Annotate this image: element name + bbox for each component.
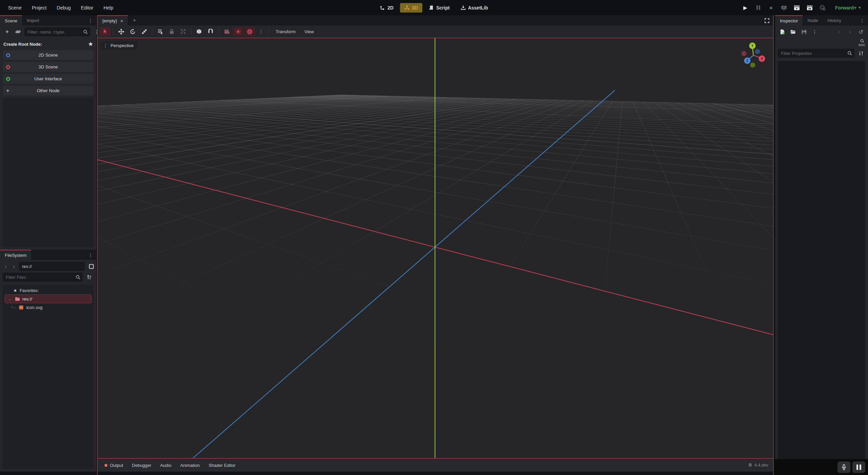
object-history-button[interactable]: ↺: [856, 27, 865, 36]
menu-editor[interactable]: Editor: [77, 3, 98, 12]
fs-split-mode-button[interactable]: [87, 262, 96, 271]
scene-tab-empty[interactable]: [empty] ×: [98, 15, 128, 25]
axis-neg-z-ball[interactable]: [755, 49, 760, 54]
instantiate-scene-button[interactable]: [14, 27, 22, 36]
preview-environment-button[interactable]: [244, 27, 255, 36]
favorites-star-icon[interactable]: ★: [88, 41, 93, 47]
create-other-node-button[interactable]: + Other Node: [3, 86, 94, 96]
3d-viewport[interactable]: ⋮ Perspective Y X Z: [98, 38, 773, 458]
menu-scene[interactable]: Scene: [4, 3, 26, 12]
dock-options-icon[interactable]: ⋮: [88, 18, 96, 25]
distraction-free-button[interactable]: [764, 18, 773, 25]
select-tool-icon: [102, 29, 108, 34]
camera-preview-button[interactable]: [221, 27, 232, 36]
save-resource-button[interactable]: [800, 27, 808, 36]
resource-options-icon[interactable]: ⋮: [810, 27, 819, 36]
tab-filesystem[interactable]: FileSystem: [0, 250, 31, 260]
group-button[interactable]: [178, 27, 189, 36]
preview-sun-button[interactable]: [233, 27, 243, 36]
tab-history[interactable]: History: [823, 15, 846, 25]
menu-debug[interactable]: Debug: [53, 3, 75, 12]
collapse-arrow-icon[interactable]: ⌄: [7, 296, 13, 302]
sort-icon: [87, 275, 92, 280]
dock-options-icon[interactable]: ⋮: [88, 252, 96, 260]
create-root-node-title: Create Root Node: ★: [0, 38, 96, 49]
res-root-row[interactable]: ⌄ res://: [5, 294, 92, 303]
movie-maker-button[interactable]: [817, 3, 828, 13]
workspace-script-button[interactable]: Script: [425, 3, 454, 13]
version-info[interactable]: 4.4.dev: [748, 463, 770, 468]
create-user-interface-button[interactable]: User Interface: [3, 74, 94, 84]
pause-recording-button[interactable]: [852, 461, 865, 473]
menu-project[interactable]: Project: [28, 3, 51, 12]
view-axes-gizmo[interactable]: Y X Z: [739, 41, 768, 69]
left-dock: Scene Import ⋮ + ⋮ Create Root: [0, 15, 96, 475]
move-tool-icon: [118, 29, 124, 35]
scene-tree-empty-area[interactable]: [3, 98, 94, 247]
move-tool-button[interactable]: [116, 27, 126, 36]
open-docs-button[interactable]: DOC: [859, 39, 865, 47]
main-menus: Scene Project Debug Editor Help: [4, 3, 117, 12]
inspector-filter-input[interactable]: [778, 49, 854, 58]
tab-inspector[interactable]: Inspector: [775, 15, 803, 25]
fs-sort-button[interactable]: [85, 273, 94, 282]
pause-button[interactable]: [752, 3, 764, 13]
favorites-row[interactable]: ★ Favorites:: [3, 286, 94, 294]
create-3d-scene-button[interactable]: 3D Scene: [3, 62, 94, 72]
load-resource-button[interactable]: [789, 27, 797, 36]
snap-button[interactable]: [205, 27, 216, 36]
create-2d-scene-button[interactable]: 2D Scene: [3, 50, 94, 60]
lock-button[interactable]: [166, 27, 177, 36]
fs-filter-input[interactable]: [3, 273, 83, 282]
select-tool-button[interactable]: [100, 27, 111, 36]
scene-filter-input[interactable]: [24, 27, 90, 36]
tab-scene[interactable]: Scene: [0, 15, 22, 25]
microphone-button[interactable]: [837, 461, 850, 473]
play-remote-button[interactable]: [778, 3, 790, 13]
extra-options-icon[interactable]: ⋮: [256, 27, 267, 36]
property-tools-button[interactable]: [856, 49, 865, 58]
play-button[interactable]: ▶: [739, 3, 751, 13]
add-scene-tab-button[interactable]: +: [128, 15, 141, 25]
tab-import[interactable]: Import: [22, 15, 44, 25]
rotate-tool-button[interactable]: [127, 27, 138, 36]
axis-neg-x-ball[interactable]: [742, 51, 747, 56]
workspace-2d-button[interactable]: 2D: [376, 3, 398, 13]
list-select-button[interactable]: [155, 27, 165, 36]
transform-menu[interactable]: Transform: [272, 27, 300, 36]
pause-icon: [756, 5, 758, 10]
menu-help[interactable]: Help: [99, 3, 117, 12]
close-icon[interactable]: ×: [120, 18, 123, 24]
play-custom-scene-button[interactable]: [804, 3, 815, 13]
search-icon: [83, 29, 88, 34]
workspace-3d-button[interactable]: 3D: [400, 3, 422, 13]
renderer-dropdown[interactable]: Forward+ ▾: [832, 3, 864, 12]
dock-options-icon[interactable]: ⋮: [860, 18, 868, 25]
local-space-button[interactable]: [194, 27, 204, 36]
workspace-switcher: 2D 3D Script AssetLib: [376, 0, 493, 15]
animation-button[interactable]: Animation: [176, 461, 204, 470]
fs-back-button[interactable]: ‹: [3, 262, 9, 271]
history-forward-button[interactable]: ›: [846, 27, 854, 36]
debugger-button[interactable]: Debugger: [128, 461, 155, 470]
shader-editor-button[interactable]: Shader Editor: [204, 461, 240, 470]
new-resource-button[interactable]: [778, 27, 787, 36]
workspace-assetlib-button[interactable]: AssetLib: [456, 3, 492, 13]
fs-forward-button[interactable]: ›: [11, 262, 17, 271]
scene-dock-tabs: Scene Import ⋮: [0, 15, 96, 25]
fs-path-input[interactable]: [19, 262, 85, 271]
tab-node[interactable]: Node: [803, 15, 823, 25]
stop-button[interactable]: ■: [765, 3, 777, 13]
audio-button[interactable]: Audio: [156, 461, 175, 470]
list-select-icon: [157, 29, 163, 35]
scale-tool-button[interactable]: [139, 27, 150, 36]
play-scene-button[interactable]: [791, 3, 803, 13]
output-button[interactable]: Output: [100, 461, 127, 470]
add-node-button[interactable]: +: [3, 27, 12, 36]
history-back-button[interactable]: ‹: [835, 27, 844, 36]
svg-text:Z: Z: [746, 59, 748, 63]
icon-svg-row[interactable]: └─ icon.svg: [3, 303, 94, 311]
axis-neg-y-ball[interactable]: [750, 63, 755, 68]
view-menu[interactable]: View: [300, 27, 318, 36]
perspective-menu[interactable]: ⋮ Perspective: [100, 41, 138, 50]
